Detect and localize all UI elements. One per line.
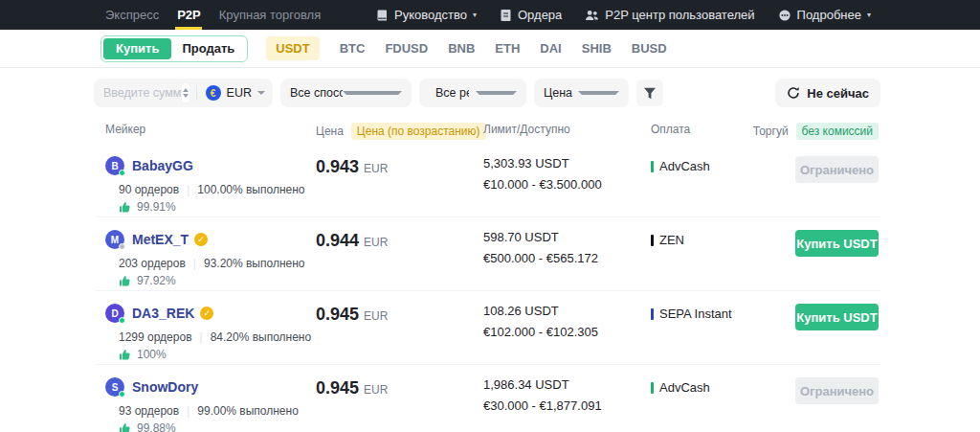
maker-rating: 100% [119, 348, 311, 361]
price-cell: 0.945EUR [316, 305, 388, 325]
nav-orders[interactable]: Ордера [500, 8, 562, 22]
buy-tab[interactable]: Купить [103, 38, 171, 59]
nav-p2p-user-center[interactable]: P2P центр пользователей [585, 8, 754, 22]
subnav: Купить Продать USDTBTCFDUSDBNBETHDAISHIB… [0, 30, 980, 68]
payment-bar [651, 235, 654, 246]
limit-cell: 5,303.93 USDT €10.000 - €3.500.000 [483, 153, 602, 195]
refresh-button[interactable]: Не сейчас [775, 79, 880, 107]
payment-cell: AdvCash [651, 380, 710, 395]
trade-action-button[interactable]: Купить USDT [795, 230, 879, 257]
maker-stats: 93 ордеров|99.00% выполнено [119, 403, 299, 418]
status-dot [119, 317, 125, 324]
payment-method: AdvCash [659, 159, 710, 173]
payment-bar [651, 382, 654, 394]
chevron-down-icon [343, 91, 403, 95]
price-cell: 0.944EUR [316, 231, 388, 251]
available-amount: 5,303.93 USDT [483, 153, 602, 174]
payment-method: AdvCash [659, 380, 710, 395]
offers-list: B BabayGG 90 ордеров|100.00% выполнено 9… [96, 144, 880, 432]
coin-tab-shib[interactable]: SHIB [582, 41, 612, 56]
maker-stats: 203 ордеров|93.20% выполнено [119, 256, 305, 270]
tab-p2p[interactable]: P2P [174, 0, 204, 30]
available-amount: 108.26 USDT [483, 301, 598, 322]
filter-bar: € EUR Все способы опла... Все регионы Це… [94, 79, 880, 107]
maker-name-link[interactable]: DA3_REK [132, 306, 194, 321]
p2p-page: Экспресс P2P Крупная торговля Руководств… [0, 0, 980, 432]
top-links: Руководство ▾ Ордера P2P центр пользоват… [375, 0, 871, 30]
price-sort-select[interactable]: Цена [534, 79, 629, 107]
nav-more[interactable]: Подробнее ▾ [778, 8, 871, 22]
limit-range: €30.000 - €1,877.091 [483, 396, 602, 417]
region-select[interactable]: Все регионы [419, 79, 526, 107]
divider: | [193, 257, 196, 270]
verified-icon: ✓ [194, 233, 208, 246]
offer-row: B BabayGG 90 ордеров|100.00% выполнено 9… [96, 144, 880, 217]
payment-cell: SEPA Instant [651, 307, 732, 321]
amount-stepper[interactable] [182, 83, 189, 102]
nav-guide[interactable]: Руководство ▾ [375, 8, 477, 22]
coin-tabs: USDTBTCFDUSDBNBETHDAISHIBBUSD [266, 36, 666, 60]
maker-cell: S SnowDory 93 ордеров|99.00% выполнено 9… [105, 377, 299, 432]
coin-tab-bnb[interactable]: BNB [448, 41, 475, 56]
payment-bar [651, 308, 654, 320]
amount-filter: € EUR [94, 79, 273, 107]
trade-cell: Ограничено [795, 156, 879, 183]
top-navbar: Экспресс P2P Крупная торговля Руководств… [0, 0, 980, 30]
chevron-down-icon [578, 91, 620, 95]
available-amount: 598.70 USDT [483, 227, 598, 248]
limit-range: €500.000 - €565.172 [483, 248, 598, 269]
offer-row: M MetEX_T ✓ 203 ордеров|93.20% выполнено… [96, 217, 880, 291]
status-dot [119, 170, 125, 176]
amount-input[interactable] [103, 86, 182, 100]
offer-row: D DA3_REK ✓ 1299 ордеров|84.20% выполнен… [96, 291, 880, 365]
thumbs-up-icon [119, 422, 131, 432]
sell-tab[interactable]: Продать [171, 37, 245, 59]
filter-button[interactable] [636, 80, 663, 106]
coin-tab-fdusd[interactable]: FDUSD [385, 41, 428, 56]
chevron-down-icon: ▾ [473, 11, 477, 19]
trade-action-button[interactable]: Купить USDT [795, 304, 879, 330]
chevron-down-icon: ▾ [867, 11, 871, 19]
maker-name-link[interactable]: BabayGG [132, 158, 193, 173]
maker-name-link[interactable]: MetEX_T [132, 232, 189, 247]
fiat-select[interactable]: € EUR [196, 85, 265, 101]
available-amount: 1,986.34 USDT [483, 375, 602, 396]
status-dot [119, 391, 125, 398]
divider: | [187, 404, 189, 418]
maker-rating: 97.92% [119, 274, 305, 287]
payment-method-select[interactable]: Все способы опла... [280, 79, 412, 107]
buy-sell-toggle: Купить Продать [100, 35, 248, 62]
maker-stats: 1299 ордеров|84.20% выполнено [119, 330, 311, 344]
header-limit: Лимит/Доступно [483, 123, 570, 136]
coin-tab-busd[interactable]: BUSD [632, 41, 667, 56]
payment-method: SEPA Instant [659, 307, 732, 321]
price-sort-badge[interactable]: Цена (по возрастанию) [351, 123, 486, 140]
refresh-icon [787, 86, 800, 100]
trade-action-button[interactable]: Ограничено [795, 377, 879, 404]
status-dot [119, 243, 125, 250]
coin-tab-btc[interactable]: BTC [340, 41, 366, 56]
payment-method: ZEN [659, 233, 684, 247]
maker-name-link[interactable]: SnowDory [132, 379, 198, 395]
header-trade: Торгуй без комиссий [753, 123, 879, 140]
coin-tab-eth[interactable]: ETH [495, 41, 520, 56]
tab-express[interactable]: Экспресс [102, 0, 162, 30]
payment-bar [651, 161, 654, 172]
avatar: S [105, 377, 124, 397]
payment-cell: ZEN [651, 233, 684, 247]
guide-icon [375, 9, 389, 22]
avatar: B [105, 156, 124, 175]
coin-tab-dai[interactable]: DAI [540, 41, 561, 56]
payment-cell: AdvCash [651, 159, 710, 173]
maker-rating: 99.88% [119, 421, 299, 432]
no-fee-badge: без комиссий [796, 123, 879, 140]
coin-tab-usdt[interactable]: USDT [266, 36, 319, 60]
maker-cell: M MetEX_T ✓ 203 ордеров|93.20% выполнено… [105, 230, 305, 287]
table-header: Мейкер Цена Цена (по возрастанию) Лимит/… [96, 123, 880, 140]
limit-range: €10.000 - €3.500.000 [483, 174, 602, 195]
trade-action-button[interactable]: Ограничено [795, 156, 879, 183]
thumbs-up-icon [119, 349, 131, 361]
header-payment: Оплата [651, 123, 690, 136]
verified-icon: ✓ [200, 307, 213, 320]
tab-block-trading[interactable]: Крупная торговля [216, 0, 323, 30]
